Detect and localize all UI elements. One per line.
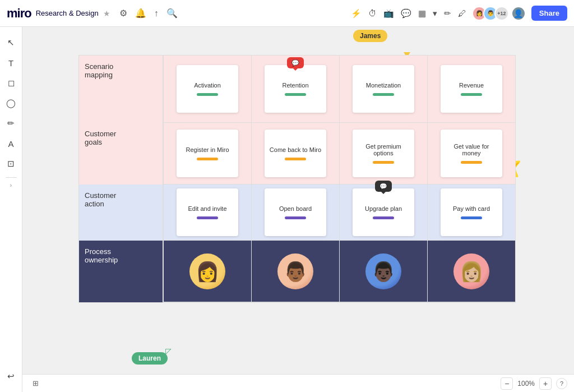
sticky-text: Get premium options	[357, 143, 410, 156]
bottom-bar: ⊞ − 100% + ?	[22, 374, 574, 392]
sticky-register: Register in Miro	[177, 130, 238, 177]
cell-upgrade[interactable]: 💬 Upgrade plan	[339, 185, 427, 241]
avatar-person-4: 👩🏼	[453, 253, 489, 289]
row-label-ownership: Processownership	[79, 241, 163, 302]
sticky-text: Monetization	[366, 82, 401, 89]
zoom-level: 100%	[517, 380, 535, 388]
shape-tool[interactable]: ◯	[2, 94, 20, 112]
grid-toggle-icon[interactable]: ⊞	[29, 377, 41, 390]
cell-comeback[interactable]: Come back to Miro	[251, 123, 339, 185]
sticky-openboard: Open board	[265, 188, 326, 236]
sticky-monetization: Monetization	[353, 65, 414, 113]
cursor-lauren-arrow: ◸	[165, 347, 172, 356]
sticky-bar	[461, 216, 482, 219]
zoom-in-button[interactable]: +	[539, 377, 552, 390]
star-icon[interactable]: ★	[103, 9, 110, 18]
toolbar-more[interactable]: ›	[10, 182, 12, 188]
sticky-bar	[461, 93, 482, 96]
sticky-bar	[373, 161, 394, 164]
cell-avatar-2: 👨🏾	[251, 241, 339, 302]
cursor-lauren: Lauren	[132, 352, 168, 365]
sticky-upgrade: 💬 Upgrade plan	[353, 188, 414, 236]
sticky-value: Get value for money	[441, 130, 502, 177]
sticky-comeback: Come back to Miro	[265, 130, 326, 177]
screen-icon[interactable]: 📺	[383, 8, 394, 19]
pen-tool[interactable]: ✏	[2, 114, 20, 132]
board-content: Scenariomapping Activation 💬 Retention M…	[78, 55, 516, 303]
help-button[interactable]: ?	[556, 378, 567, 389]
bottom-left: ⊞	[29, 377, 41, 390]
sticky-text: Upgrade plan	[365, 205, 402, 212]
cell-value[interactable]: Get value for money	[427, 123, 515, 185]
comment-icon[interactable]: 💬	[401, 8, 411, 19]
topbar-toolbar-icons: ⚙ 🔔 ↑ 🔍	[119, 8, 178, 19]
cell-premium[interactable]: Get premium options	[339, 123, 427, 185]
sticky-bar	[197, 216, 218, 219]
avatar-count: +12	[494, 6, 509, 21]
pen-icon[interactable]: ✏	[444, 8, 451, 19]
sticky-premium: Get premium options	[353, 130, 414, 177]
sticky-activation: Activation	[177, 65, 238, 113]
row-label-goals: Customergoals	[79, 123, 163, 185]
sticky-tool[interactable]: ◻	[2, 74, 20, 92]
timer-icon[interactable]: ⏱	[368, 8, 377, 18]
upload-icon[interactable]: ↑	[154, 8, 159, 19]
eraser-icon[interactable]: 🖊	[458, 8, 466, 18]
more-icon[interactable]: ▾	[433, 8, 437, 19]
cell-edit[interactable]: Edit and invite	[163, 185, 251, 241]
sticky-bar	[373, 216, 394, 219]
sticky-text: Come back to Miro	[270, 146, 321, 153]
sticky-bar	[285, 158, 306, 160]
cell-activation[interactable]: Activation	[163, 56, 251, 123]
miro-logo: miro	[7, 6, 31, 21]
current-user-avatar: 👤	[511, 6, 526, 21]
cell-openboard[interactable]: Open board	[251, 185, 339, 241]
text-box-tool[interactable]: A	[2, 135, 20, 153]
undo-tool[interactable]: ↩	[2, 367, 20, 385]
cell-retention[interactable]: 💬 Retention	[251, 56, 339, 123]
scenario-grid: Scenariomapping Activation 💬 Retention M…	[78, 55, 516, 303]
notifications-icon[interactable]: 🔔	[135, 8, 146, 19]
search-icon[interactable]: 🔍	[166, 8, 178, 19]
sticky-bar	[197, 158, 218, 160]
board-title: Research & Design	[36, 9, 99, 17]
cell-avatar-4: 👩🏼	[427, 241, 515, 302]
sticky-text: Retention	[282, 82, 308, 89]
cursor-james: James	[353, 30, 387, 42]
layout-icon[interactable]: ▦	[418, 8, 426, 19]
cell-revenue[interactable]: Revenue	[427, 56, 515, 123]
share-button[interactable]: Share	[531, 6, 567, 21]
sticky-retention: 💬 Retention	[265, 65, 326, 113]
sticky-bar	[373, 93, 394, 96]
row-label-action: Customeraction	[79, 185, 163, 241]
zoom-out-button[interactable]: −	[501, 377, 513, 390]
avatar-person-2: 👨🏾	[277, 253, 313, 289]
sticky-paywithcard: Pay with card	[441, 188, 502, 236]
sticky-bar	[197, 93, 218, 96]
settings-icon[interactable]: ⚙	[119, 8, 127, 19]
sticky-edit: Edit and invite	[177, 188, 238, 236]
lightning-icon[interactable]: ⚡	[351, 8, 362, 19]
avatar-person-1: 👩	[189, 253, 225, 289]
cell-paywithcard[interactable]: Pay with card	[427, 185, 515, 241]
cell-avatar-3: 👨🏿	[339, 241, 427, 302]
avatar-group: 👩 👨 +12	[472, 6, 509, 21]
zoom-controls: − 100% + ?	[501, 377, 567, 390]
canvas: James Rhys ◣ Rob ◤ Lauren ◸ ⭐ Scenarioma…	[22, 27, 574, 374]
text-tool[interactable]: T	[2, 54, 20, 72]
sticky-text: Revenue	[459, 82, 484, 89]
topbar-right: ⚡ ⏱ 📺 💬 ▦ ▾ ✏ 🖊 👩 👨 +12 👤 Share	[351, 6, 567, 21]
sticky-text: Activation	[194, 82, 221, 89]
sticky-bar	[285, 93, 306, 96]
avatar-person-3: 👨🏿	[365, 253, 401, 289]
select-tool[interactable]: ↖	[2, 34, 20, 52]
frame-tool[interactable]: ⊡	[2, 155, 20, 173]
cell-avatar-1: 👩	[163, 241, 251, 302]
toolbar-divider	[6, 177, 17, 178]
cell-monetization[interactable]: Monetization	[339, 56, 427, 123]
sticky-text: Get value for money	[445, 143, 498, 156]
topbar-left: miro Research & Design ★ ⚙ 🔔 ↑ 🔍	[7, 6, 178, 21]
sticky-text: Pay with card	[453, 205, 490, 212]
cell-register[interactable]: Register in Miro	[163, 123, 251, 185]
topbar: miro Research & Design ★ ⚙ 🔔 ↑ 🔍 ⚡ ⏱ 📺 💬…	[0, 0, 574, 27]
